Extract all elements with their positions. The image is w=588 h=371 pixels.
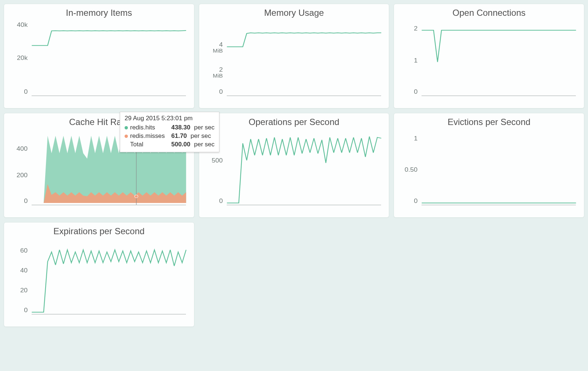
ytick: 0	[24, 198, 28, 204]
series-line	[227, 33, 381, 47]
panel-open-connections[interactable]: Open Connections 2 1 0	[394, 4, 584, 108]
tooltip-total-row: Total 500.00 per sec	[125, 140, 215, 149]
series-line	[422, 30, 576, 62]
tooltip-timestamp: 29 Aug 2015 5:23:01 pm	[125, 114, 215, 123]
tooltip-series-unit: per sec	[194, 124, 215, 132]
ytick: 0	[219, 198, 223, 204]
tooltip-total-value: 500.00	[171, 140, 190, 149]
panel-title: Operations per Second	[203, 117, 386, 127]
panel-operations-per-second[interactable]: Operations per Second 500 0	[199, 113, 390, 218]
dashboard-grid: In-memory Items 40k 20k 0 Memory Usage 4…	[0, 0, 588, 331]
ytick: 20k	[17, 55, 28, 61]
ytick: 0	[414, 89, 417, 95]
ytick: 1	[414, 135, 417, 142]
tooltip-series-value: 61.70	[171, 132, 187, 140]
ytick: 4	[219, 42, 223, 48]
chart-tooltip: 29 Aug 2015 5:23:01 pm redis.hits 438.30…	[120, 112, 219, 152]
ytick: 40k	[17, 22, 28, 28]
ytick: 2	[414, 25, 417, 32]
ytick: 1	[414, 57, 417, 64]
panel-in-memory-items[interactable]: In-memory Items 40k 20k 0	[4, 4, 194, 108]
panel-evictions-per-second[interactable]: Evictions per Second 1 0.50 0	[394, 113, 584, 218]
series-line	[32, 31, 186, 46]
tooltip-series-label: redis.misses	[130, 132, 167, 140]
ytick: 60	[20, 247, 28, 254]
legend-dot-icon	[125, 135, 128, 138]
chart-evictions-per-second[interactable]: 1 0.50 0	[398, 129, 580, 214]
series-line	[32, 250, 186, 313]
panel-memory-usage[interactable]: Memory Usage 4 MiB 2 MiB 0	[199, 4, 390, 108]
ytick: 0	[24, 89, 28, 95]
ytick: 500	[212, 157, 223, 164]
ytick: 2	[219, 67, 223, 73]
panel-cache-hit-rate[interactable]: Cache Hit Rate 400 200 0 29 Aug 2015 5:2…	[4, 113, 194, 218]
ytick: 0.50	[405, 167, 417, 173]
tooltip-total-unit: per sec	[194, 140, 215, 149]
hover-marker-misses	[135, 195, 138, 198]
chart-expirations-per-second[interactable]: 60 40 20 0	[8, 239, 190, 323]
ytick: 20	[20, 287, 28, 294]
tooltip-total-label: Total	[130, 140, 167, 149]
panel-title: Memory Usage	[203, 8, 386, 18]
chart-open-connections[interactable]: 2 1 0	[398, 20, 580, 105]
ytick-unit: MiB	[213, 48, 223, 54]
chart-operations-per-second[interactable]: 500 0	[203, 129, 386, 214]
tooltip-series-unit: per sec	[191, 132, 211, 140]
panel-title: Evictions per Second	[398, 117, 580, 127]
legend-dot-icon	[125, 126, 128, 129]
ytick-unit: MiB	[213, 73, 223, 79]
panel-title: In-memory Items	[8, 8, 190, 18]
ytick: 200	[17, 172, 28, 179]
panel-expirations-per-second[interactable]: Expirations per Second 60 40 20 0	[4, 222, 194, 327]
tooltip-row: redis.hits 438.30 per sec	[125, 124, 215, 132]
ytick: 40	[20, 267, 28, 274]
chart-memory-usage[interactable]: 4 MiB 2 MiB 0	[203, 20, 386, 105]
panel-title: Open Connections	[398, 8, 580, 18]
panel-title: Expirations per Second	[8, 226, 190, 236]
tooltip-series-value: 438.30	[171, 124, 190, 132]
chart-in-memory-items[interactable]: 40k 20k 0	[8, 20, 190, 105]
tooltip-series-label: redis.hits	[130, 124, 167, 132]
ytick: 0	[24, 307, 28, 314]
series-line	[227, 136, 381, 203]
ytick: 400	[17, 146, 28, 152]
tooltip-row: redis.misses 61.70 per sec	[125, 132, 215, 140]
ytick: 0	[219, 89, 223, 95]
ytick: 0	[414, 198, 417, 204]
